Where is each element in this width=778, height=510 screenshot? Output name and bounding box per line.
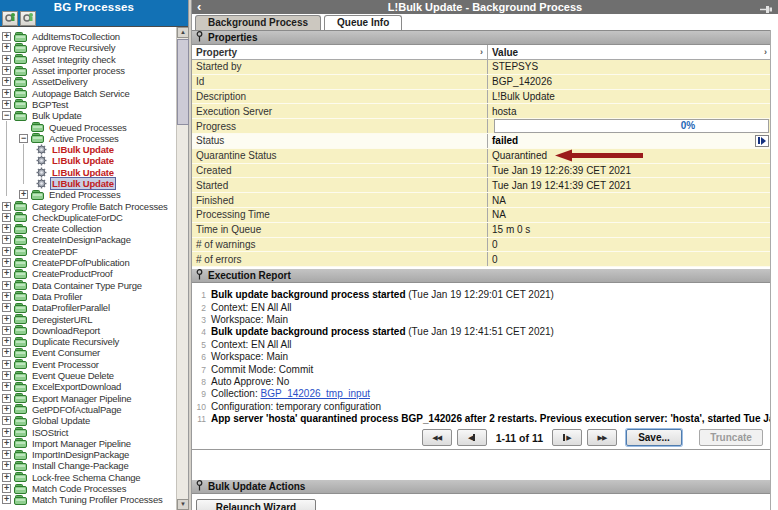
sort-indicator-icon[interactable]: ›	[480, 47, 483, 57]
tree-item[interactable]: +DownloadReport	[0, 325, 176, 336]
tree-item[interactable]: +AddItemsToCollection	[0, 31, 176, 42]
tree-item[interactable]: +Event Consumer	[0, 347, 176, 358]
tree-expander-icon[interactable]: +	[2, 315, 11, 324]
back-icon[interactable]: ‹	[197, 0, 201, 13]
tree-item[interactable]: +Event Processor	[0, 359, 176, 370]
tree-item[interactable]: +ISOStrict	[0, 426, 176, 437]
tree-expander-icon[interactable]: +	[2, 32, 11, 41]
tree-expander-icon[interactable]: +	[2, 360, 11, 369]
property-row[interactable]: Progress0%	[192, 119, 771, 134]
property-row[interactable]: Statusfailed	[192, 134, 771, 149]
tree-expander-icon[interactable]: −	[2, 111, 11, 120]
tree-item[interactable]: +ExcelExportDownload	[0, 381, 176, 392]
tree-item[interactable]: +CheckDuplicateForDC	[0, 212, 176, 223]
next-page-icon[interactable]: ▶	[552, 429, 582, 446]
tree-expander-icon[interactable]: +	[2, 55, 11, 64]
tree-item[interactable]: +Asset Integrity check	[0, 54, 176, 65]
tree-item[interactable]: +CreateInDesignPackage	[0, 234, 176, 245]
tree-item[interactable]: +CreatePDF	[0, 246, 176, 257]
value-column-header[interactable]: Value ›	[488, 45, 771, 59]
tree-item[interactable]: +Duplicate Recursively	[0, 336, 176, 347]
property-row[interactable]: # of warnings0	[192, 238, 771, 253]
tree-expander-icon[interactable]: +	[2, 382, 11, 391]
tree-item[interactable]: +Event Queue Delete	[0, 370, 176, 381]
tree-item[interactable]: +DeregisterURL	[0, 313, 176, 324]
user-processes-filter-button[interactable]	[2, 11, 18, 26]
tree-item[interactable]: +Match Code Processes	[0, 483, 176, 494]
tab-background-process[interactable]: Background Process	[195, 15, 321, 30]
all-processes-filter-button[interactable]	[20, 11, 36, 26]
tree-expander-icon[interactable]: +	[2, 269, 11, 278]
property-row[interactable]: IdBGP_142026	[192, 75, 771, 90]
tree-item[interactable]: +Asset importer process	[0, 65, 176, 76]
tree-expander-icon[interactable]: +	[2, 416, 11, 425]
property-column-header[interactable]: Property ›	[192, 45, 488, 59]
tree-expander-icon[interactable]: +	[2, 258, 11, 267]
tree-item[interactable]: +Ended Processes	[0, 189, 176, 200]
tab-queue-info[interactable]: Queue Info	[324, 15, 402, 30]
truncate-button[interactable]: Truncate	[699, 429, 763, 446]
tree-expander-icon[interactable]: +	[2, 89, 11, 98]
tree-expander-icon[interactable]: +	[2, 247, 11, 256]
tree-item[interactable]: +Export Manager Pipeline	[0, 393, 176, 404]
property-row[interactable]: Started bySTEPSYS	[192, 60, 771, 75]
tree-expander-icon[interactable]: +	[2, 371, 11, 380]
panel-scrollbar[interactable]	[770, 30, 778, 510]
tree-expander-icon[interactable]: +	[2, 281, 11, 290]
tree-expander-icon[interactable]: +	[2, 66, 11, 75]
tree-item[interactable]: +Match Tuning Profiler Processes	[0, 494, 176, 505]
tree-item[interactable]: +CreatePDFofPublication	[0, 257, 176, 268]
collection-link[interactable]: BGP_142026_tmp_input	[260, 388, 370, 399]
tree-expander-icon[interactable]: +	[2, 484, 11, 493]
property-row[interactable]: DescriptionL!Bulk Update	[192, 90, 771, 105]
tree-item[interactable]: +ImportInDesignPackage	[0, 449, 176, 460]
tree-item[interactable]: +DataProfilerParallel	[0, 302, 176, 313]
scroll-up-icon[interactable]: ▲	[177, 27, 189, 38]
relaunch-wizard-button[interactable]: Relaunch Wizard	[196, 499, 316, 510]
tree-expander-icon[interactable]: +	[19, 190, 28, 199]
tree-expander-icon[interactable]: +	[2, 428, 11, 437]
tree-expander-icon[interactable]: +	[2, 77, 11, 86]
tree-expander-icon[interactable]: +	[2, 292, 11, 301]
tree-expander-icon[interactable]: +	[2, 235, 11, 244]
tree-expander-icon[interactable]: +	[2, 100, 11, 109]
scrollbar-thumb[interactable]	[177, 39, 189, 125]
first-page-icon[interactable]: ◀◀	[422, 429, 452, 446]
tree-expander-icon[interactable]: +	[2, 224, 11, 233]
tree-expander-icon[interactable]: +	[2, 43, 11, 52]
property-row[interactable]: CreatedTue Jan 19 12:26:39 CET 2021	[192, 164, 771, 179]
tree-item[interactable]: −Active Processes	[0, 133, 176, 144]
tree-expander-icon[interactable]: +	[2, 337, 11, 346]
tree-item[interactable]: L!Bulk Update	[0, 144, 176, 155]
sort-indicator-icon[interactable]: ›	[764, 47, 767, 57]
last-page-icon[interactable]: ▶▶	[587, 429, 617, 446]
tree-expander-icon[interactable]: +	[2, 326, 11, 335]
tree-item[interactable]: +Create Collection	[0, 223, 176, 234]
property-row[interactable]: Processing TimeNA	[192, 208, 771, 223]
tree-item[interactable]: +Data Container Type Purge	[0, 280, 176, 291]
tree-expander-icon[interactable]: +	[2, 473, 11, 482]
tree-expander-icon[interactable]: +	[2, 213, 11, 222]
tree-item[interactable]: +Approve Recursively	[0, 42, 176, 53]
tree-scrollbar[interactable]: ▲ ▼	[176, 27, 188, 510]
property-row[interactable]: # of errors0	[192, 252, 771, 267]
tree-item[interactable]: +Install Change-Package	[0, 460, 176, 471]
prev-page-icon[interactable]: ◀	[457, 429, 487, 446]
tree-expander-icon[interactable]: +	[2, 405, 11, 414]
status-flip-icon[interactable]	[755, 135, 769, 147]
tree-item[interactable]: Queued Processes	[0, 121, 176, 132]
tree-item[interactable]: +CreateProductProof	[0, 268, 176, 279]
tree-expander-icon[interactable]: +	[2, 495, 11, 504]
property-row[interactable]: Time in Queue15 m 0 s	[192, 223, 771, 238]
property-row[interactable]: Quarantine StatusQuarantined	[192, 149, 771, 164]
tree-item[interactable]: +GetPDFOfActualPage	[0, 404, 176, 415]
tree-expander-icon[interactable]: +	[2, 439, 11, 448]
tree-item[interactable]: L!Bulk Update	[0, 155, 176, 166]
tree-item[interactable]: −Bulk Update	[0, 110, 176, 121]
tree-item[interactable]: +Global Update	[0, 415, 176, 426]
tree-expander-icon[interactable]: +	[2, 461, 11, 470]
tree-item[interactable]: +AssetDelivery	[0, 76, 176, 87]
tree-expander-icon[interactable]: +	[2, 348, 11, 357]
tree-item[interactable]: L!Bulk Update	[0, 178, 176, 189]
scroll-down-icon[interactable]: ▼	[177, 499, 189, 510]
